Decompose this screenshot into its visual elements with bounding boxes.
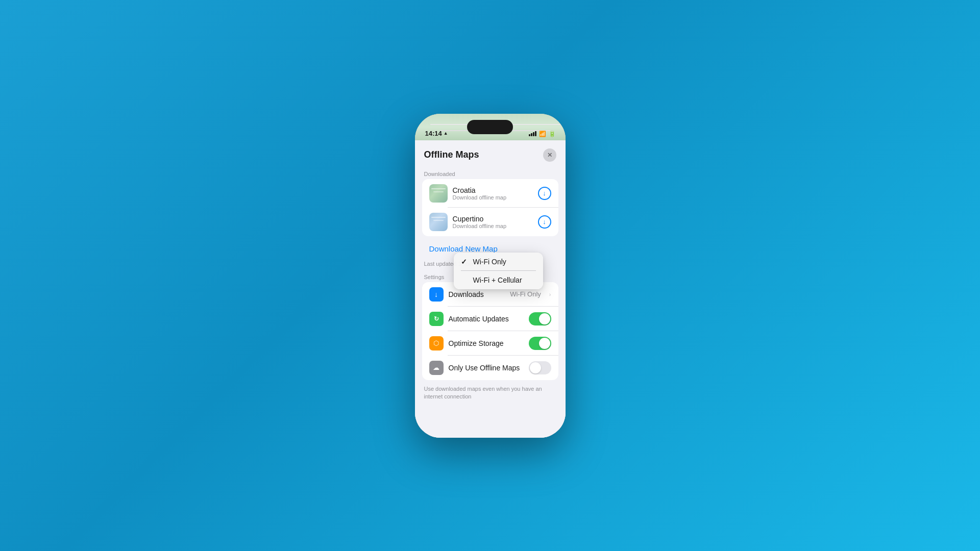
croatia-download-button[interactable]: ↓	[538, 187, 551, 200]
wifi-icon: 📶	[539, 131, 546, 137]
download-arrow-icon: ↓	[543, 218, 546, 225]
croatia-map-item[interactable]: Croatia Download offline map ↓	[422, 179, 558, 208]
wifi-cellular-option[interactable]: Wi-Fi + Cellular	[454, 271, 543, 289]
cupertino-map-item[interactable]: Cupertino Download offline map ↓	[422, 208, 558, 236]
settings-card: ↓ Downloads Wi-Fi Only › ↻ Automatic Upd…	[422, 282, 558, 380]
dynamic-island	[467, 120, 513, 134]
signal-bars-icon	[529, 131, 536, 136]
offline-maps-icon: ☁	[429, 361, 444, 375]
cupertino-map-thumbnail	[429, 213, 448, 231]
screen-content: Offline Maps ✕ Downloaded Croatia Downlo…	[415, 140, 566, 438]
downloads-label: Downloads	[449, 290, 505, 298]
downloaded-section-label: Downloaded	[415, 168, 566, 179]
croatia-map-thumbnail	[429, 184, 448, 203]
auto-updates-toggle-thumb	[539, 313, 550, 324]
downloads-value: Wi-Fi Only	[510, 290, 541, 298]
close-button[interactable]: ✕	[543, 148, 556, 162]
status-time: 14:14 ▲	[425, 130, 448, 137]
modal-title: Offline Maps	[424, 149, 479, 160]
cupertino-map-info: Cupertino Download offline map	[453, 215, 533, 229]
wifi-dropdown-menu: ✓ Wi-Fi Only Wi-Fi + Cellular	[454, 253, 543, 289]
offline-maps-only-toggle-thumb	[530, 362, 541, 373]
auto-updates-icon: ↻	[429, 312, 444, 326]
auto-updates-toggle[interactable]	[529, 312, 551, 325]
downloaded-maps-list: Croatia Download offline map ↓ Cupertino	[422, 179, 558, 236]
download-new-map-text: Download New Map	[429, 244, 498, 253]
optimize-storage-row[interactable]: ⬡ Optimize Storage	[422, 331, 558, 356]
optimize-storage-label: Optimize Storage	[449, 339, 524, 347]
offline-maps-only-label: Only Use Offline Maps	[449, 364, 524, 372]
optimize-storage-toggle-thumb	[539, 338, 550, 349]
optimize-storage-toggle[interactable]	[529, 337, 551, 350]
modal-sheet: Offline Maps ✕ Downloaded Croatia Downlo…	[415, 140, 566, 438]
status-icons: 📶 🔋	[529, 131, 555, 137]
croatia-map-info: Croatia Download offline map	[453, 186, 533, 201]
offline-maps-only-row[interactable]: ☁ Only Use Offline Maps	[422, 356, 558, 380]
modal-header: Offline Maps ✕	[415, 140, 566, 168]
location-icon: ▲	[444, 131, 448, 136]
downloads-chevron-icon: ›	[549, 291, 551, 297]
offline-maps-only-toggle[interactable]	[529, 361, 551, 374]
time-display: 14:14	[425, 130, 442, 137]
battery-icon: 🔋	[549, 131, 555, 137]
download-arrow-icon: ↓	[543, 190, 546, 196]
close-icon: ✕	[547, 152, 552, 158]
croatia-map-name: Croatia	[453, 186, 533, 194]
wifi-only-checkmark-icon: ✓	[461, 258, 469, 266]
croatia-map-sub: Download offline map	[453, 194, 533, 201]
cupertino-map-sub: Download offline map	[453, 223, 533, 229]
cupertino-download-button[interactable]: ↓	[538, 215, 551, 229]
optimize-storage-icon: ⬡	[429, 336, 444, 350]
wifi-only-option[interactable]: ✓ Wi-Fi Only	[454, 253, 543, 271]
phone-shell: 14:14 ▲ 📶 🔋 Offline Maps ✕ D	[415, 114, 566, 438]
auto-updates-label: Automatic Updates	[449, 315, 524, 323]
cupertino-map-name: Cupertino	[453, 215, 533, 223]
wifi-only-label: Wi-Fi Only	[473, 258, 506, 266]
automatic-updates-row[interactable]: ↻ Automatic Updates	[422, 307, 558, 331]
wifi-cellular-label: Wi-Fi + Cellular	[473, 276, 522, 284]
footer-note: Use downloaded maps even when you have a…	[415, 383, 566, 405]
downloads-icon: ↓	[429, 287, 444, 302]
